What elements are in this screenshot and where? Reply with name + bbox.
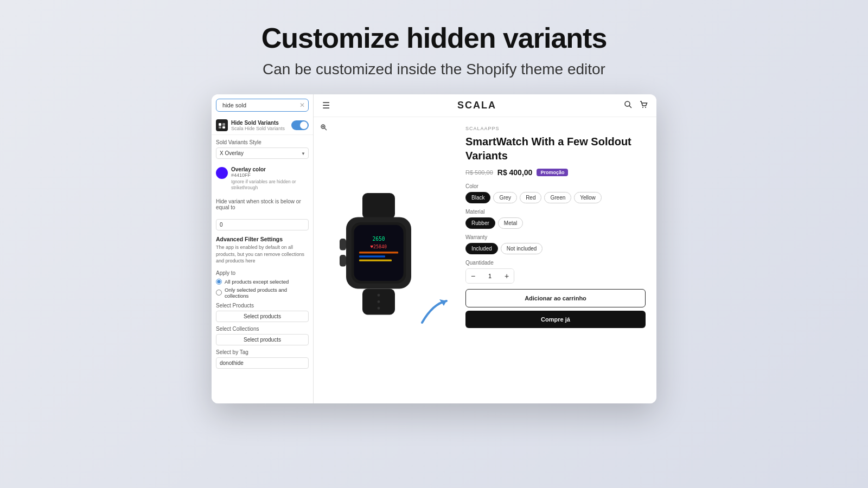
svg-point-8 (642, 107, 643, 108)
store-content: 2650 ♥25840 (314, 117, 656, 403)
variant-btn-black[interactable]: Black (465, 192, 490, 203)
radio-all-products[interactable]: All products except selected (212, 278, 313, 286)
zoom-icon[interactable] (320, 124, 328, 133)
color-hex: #4410FF (231, 172, 309, 178)
variant-btn-rubber[interactable]: Rubber (465, 217, 495, 229)
variant-btn-grey[interactable]: Grey (493, 192, 517, 203)
apply-to-label: Apply to (212, 268, 313, 278)
svg-point-6 (625, 101, 630, 106)
cart-nav-icon[interactable] (639, 100, 648, 111)
add-to-cart-button[interactable]: Adicionar ao carrinho (465, 289, 646, 307)
tag-input[interactable]: donothide (216, 357, 309, 369)
arrow-icon (417, 293, 455, 331)
color-label: Color (465, 183, 646, 189)
svg-line-7 (629, 106, 631, 108)
sold-variants-style-select[interactable]: X Overlay (216, 147, 309, 159)
plugin-icon (216, 119, 228, 131)
quantity-label: Quantidade (465, 260, 646, 266)
plugin-name: Hide Sold Variants (231, 120, 288, 126)
radio-selected-label: Only selected products and collections (225, 287, 309, 299)
svg-rect-3 (222, 123, 225, 126)
product-details: SCALAAPPS SmartWatch With a Few Soldout … (455, 117, 656, 403)
warranty-variant-section: Warranty Included Not included (465, 234, 646, 254)
hide-variant-input-row: 0 (212, 217, 313, 233)
variant-btn-red[interactable]: Red (520, 192, 541, 203)
brand-tag: SCALAAPPS (465, 126, 646, 131)
search-icon (220, 102, 220, 108)
select-collections-btn[interactable]: Select products (216, 334, 309, 345)
svg-line-11 (324, 128, 327, 130)
select-wrapper: X Overlay ▼ (216, 147, 309, 159)
svg-rect-22 (359, 259, 392, 261)
price-row: R$ 500,00 R$ 400,00 Promoção (465, 168, 646, 177)
plugin-sub: Scala Hide Sold Variants (231, 126, 288, 131)
select-collections-label: Select Collections (212, 323, 313, 333)
svg-rect-24 (340, 255, 346, 267)
svg-text:2650: 2650 (372, 236, 385, 242)
nav-icons (624, 100, 648, 111)
radio-all-label: All products except selected (225, 279, 289, 285)
search-nav-icon[interactable] (624, 100, 633, 111)
quantity-value: 1 (480, 273, 500, 279)
price-original: R$ 500,00 (465, 169, 493, 176)
material-options: Rubber Metal (465, 217, 646, 229)
svg-rect-4 (219, 126, 221, 129)
search-bar[interactable]: hide sold ✕ (216, 99, 309, 112)
radio-selected-input[interactable] (216, 290, 222, 296)
variant-btn-not-included[interactable]: Not included (501, 243, 543, 254)
variant-btn-metal[interactable]: Metal (498, 217, 523, 229)
product-title: SmartWatch With a Few Soldout Variants (465, 134, 646, 163)
search-input[interactable]: hide sold (222, 102, 297, 108)
variant-btn-green[interactable]: Green (544, 192, 571, 203)
quantity-increase-btn[interactable]: + (500, 269, 514, 283)
variant-btn-included[interactable]: Included (465, 243, 498, 254)
color-title: Overlay color (231, 166, 309, 172)
color-variant-section: Color Black Grey Red Green Yellow (465, 183, 646, 203)
hide-variant-label: Hide variant when stock is below or equa… (216, 198, 309, 210)
material-label: Material (465, 209, 646, 215)
svg-point-26 (378, 294, 380, 297)
plugin-info: Hide Sold Variants Scala Hide Sold Varia… (231, 120, 288, 131)
svg-point-28 (378, 307, 380, 310)
editor-panel: hide sold ✕ Hide Sold Variants Scala Hid… (212, 94, 314, 403)
color-info: Overlay color #4410FF Ignore if variable… (231, 166, 309, 191)
product-image-area: 2650 ♥25840 (314, 117, 455, 403)
price-current: R$ 400,00 (497, 168, 533, 177)
warranty-options: Included Not included (465, 243, 646, 254)
svg-rect-23 (340, 239, 346, 251)
color-dot[interactable] (216, 167, 228, 179)
svg-point-0 (220, 105, 220, 106)
quantity-decrease-btn[interactable]: − (466, 269, 480, 283)
quantity-section: Quantidade − 1 + (465, 260, 646, 284)
warranty-label: Warranty (465, 234, 646, 240)
promo-badge: Promoção (537, 169, 568, 176)
store-logo: SCALA (457, 100, 496, 111)
plugin-row: Hide Sold Variants Scala Hide Sold Varia… (212, 116, 313, 135)
advanced-filter-desc: The app is enabled by default on all pro… (212, 244, 313, 268)
svg-rect-5 (222, 126, 225, 129)
browser-window: hide sold ✕ Hide Sold Variants Scala Hid… (212, 94, 656, 403)
svg-rect-14 (362, 193, 395, 219)
select-products-btn[interactable]: Select products (216, 311, 309, 322)
svg-rect-21 (359, 255, 385, 258)
store-panel: ☰ SCALA (314, 94, 656, 403)
search-clear-icon[interactable]: ✕ (299, 101, 305, 109)
hide-variant-section: Hide variant when stock is below or equa… (212, 194, 313, 217)
advanced-filter-title: Advanced Filter Settings (212, 233, 313, 244)
svg-point-9 (645, 107, 646, 108)
select-products-label: Select Products (212, 300, 313, 310)
hide-variant-input[interactable]: 0 (216, 219, 309, 230)
variant-btn-yellow[interactable]: Yellow (574, 192, 602, 203)
radio-selected-products[interactable]: Only selected products and collections (212, 286, 313, 300)
overlay-color-row: Overlay color #4410FF Ignore if variable… (212, 163, 313, 194)
page-title: Customize hidden variants (261, 22, 607, 54)
quantity-control: − 1 + (465, 268, 514, 284)
page-subtitle: Can be customized inside the Shopify the… (261, 61, 607, 78)
sold-variants-style-label: Sold Variants Style (216, 139, 309, 145)
buy-now-button[interactable]: Compre já (465, 311, 646, 328)
product-image: 2650 ♥25840 (324, 190, 444, 331)
toggle-switch[interactable] (291, 120, 309, 130)
svg-rect-20 (359, 252, 398, 254)
hamburger-icon[interactable]: ☰ (322, 100, 330, 111)
radio-all-products-input[interactable] (216, 279, 222, 285)
